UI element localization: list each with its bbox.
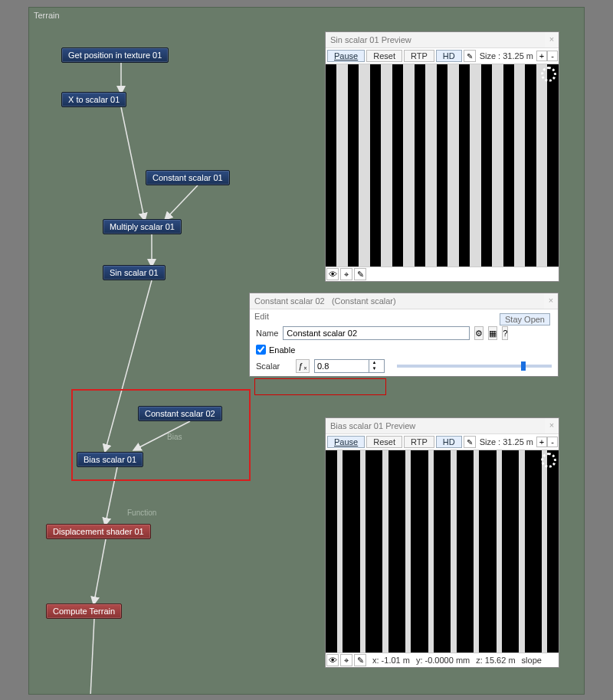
canvas-title: Terrain xyxy=(34,11,60,20)
fx-icon[interactable]: ƒₓ xyxy=(296,359,310,373)
node-editor-panel: Constant scalar 02 (Constant scalar) × E… xyxy=(249,293,559,377)
preview-toolbar: Pause Reset RTP HD ✎ Size : 31.25 m + - xyxy=(326,434,559,450)
node-x-to-scalar[interactable]: X to scalar 01 xyxy=(61,92,126,107)
preview-bottom-bar: 👁 ⌖ ✎ xyxy=(326,267,559,281)
pause-button[interactable]: Pause xyxy=(327,436,365,448)
close-icon[interactable]: × xyxy=(544,293,558,309)
rtp-button[interactable]: RTP xyxy=(404,436,434,448)
editor-title-name: Constant scalar 02 xyxy=(254,296,325,306)
scalar-spinner[interactable]: ▲▼ xyxy=(314,359,385,373)
target-icon[interactable]: ⌖ xyxy=(340,268,352,280)
pencil-icon[interactable]: ✎ xyxy=(354,654,366,666)
preview-bottom-bar: 👁 ⌖ ✎ x: -1.01 m y: -0.0000 mm z: 15.62 … xyxy=(326,653,559,667)
reset-button[interactable]: Reset xyxy=(366,50,402,62)
spin-down-icon[interactable]: ▼ xyxy=(369,366,379,372)
svg-line-8 xyxy=(90,619,94,694)
preview-toolbar: Pause Reset RTP HD ✎ Size : 31.25 m + - xyxy=(326,48,559,64)
scalar-input[interactable] xyxy=(315,361,369,371)
pause-button[interactable]: Pause xyxy=(327,50,365,62)
editor-title-type: (Constant scalar) xyxy=(332,296,396,306)
selection-highlight xyxy=(71,389,251,481)
scalar-slider[interactable] xyxy=(397,365,552,368)
palette-icon[interactable]: ▦ xyxy=(488,326,497,340)
slider-thumb[interactable] xyxy=(521,361,526,371)
svg-line-7 xyxy=(94,539,106,601)
sun-orientation-handle[interactable] xyxy=(541,67,556,82)
target-icon[interactable]: ⌖ xyxy=(340,654,352,666)
eye-icon[interactable]: 👁 xyxy=(326,654,339,666)
preview-viewport[interactable] xyxy=(326,450,559,653)
scalar-label: Scalar xyxy=(256,361,291,371)
svg-line-1 xyxy=(121,107,144,218)
pencil-icon[interactable]: ✎ xyxy=(464,436,476,448)
node-multiply-scalar[interactable]: Multiply scalar 01 xyxy=(103,219,182,234)
scalar-highlight xyxy=(254,378,386,395)
pencil-icon[interactable]: ✎ xyxy=(464,50,476,62)
zoom-in-button[interactable]: + xyxy=(536,437,547,447)
pencil-icon[interactable]: ✎ xyxy=(354,268,366,280)
zoom-in-button[interactable]: + xyxy=(536,51,547,61)
coord-slope: slope xyxy=(522,656,542,665)
zoom-out-button[interactable]: - xyxy=(547,51,558,61)
preview-title: Sin scalar 01 Preview xyxy=(326,32,559,48)
spin-up-icon[interactable]: ▲ xyxy=(369,360,379,366)
zoom-out-button[interactable]: - xyxy=(547,437,558,447)
preview-panel-sin: Sin scalar 01 Preview × Pause Reset RTP … xyxy=(325,31,559,282)
edit-menu[interactable]: Edit Stay Open xyxy=(250,309,558,323)
name-input[interactable] xyxy=(283,326,470,340)
node-compute-terrain[interactable]: Compute Terrain xyxy=(46,604,122,619)
help-icon[interactable]: ? xyxy=(502,326,508,340)
svg-line-2 xyxy=(167,185,198,218)
coord-y: y: -0.0000 mm xyxy=(416,656,470,665)
size-label: Size : 31.25 m xyxy=(480,437,533,446)
editor-title: Constant scalar 02 (Constant scalar) xyxy=(250,293,558,309)
coord-z: z: 15.62 m xyxy=(476,656,515,665)
hd-button[interactable]: HD xyxy=(436,436,462,448)
close-icon[interactable]: × xyxy=(545,418,559,433)
preview-panel-bias: Bias scalar 01 Preview × Pause Reset RTP… xyxy=(325,417,559,668)
reset-button[interactable]: Reset xyxy=(366,436,402,448)
hd-button[interactable]: HD xyxy=(436,50,462,62)
preview-viewport[interactable] xyxy=(326,64,559,267)
settings-icon[interactable]: ⚙ xyxy=(474,326,484,340)
link-label-function: Function xyxy=(127,509,156,517)
sun-orientation-handle[interactable] xyxy=(541,453,556,468)
eye-icon[interactable]: 👁 xyxy=(326,268,339,280)
node-get-position[interactable]: Get position in texture 01 xyxy=(61,47,169,63)
preview-title: Bias scalar 01 Preview xyxy=(326,418,559,434)
enable-label: Enable xyxy=(269,345,295,355)
node-constant-scalar-1[interactable]: Constant scalar 01 xyxy=(146,170,230,185)
stay-open-button[interactable]: Stay Open xyxy=(500,313,550,325)
close-icon[interactable]: × xyxy=(545,32,559,47)
coord-x: x: -1.01 m xyxy=(372,656,410,665)
enable-checkbox[interactable] xyxy=(256,345,266,355)
node-sin-scalar[interactable]: Sin scalar 01 xyxy=(103,265,166,280)
rtp-button[interactable]: RTP xyxy=(404,50,434,62)
node-displacement-shader[interactable]: Displacement shader 01 xyxy=(46,524,151,539)
size-label: Size : 31.25 m xyxy=(480,51,533,61)
name-label: Name xyxy=(256,329,278,338)
